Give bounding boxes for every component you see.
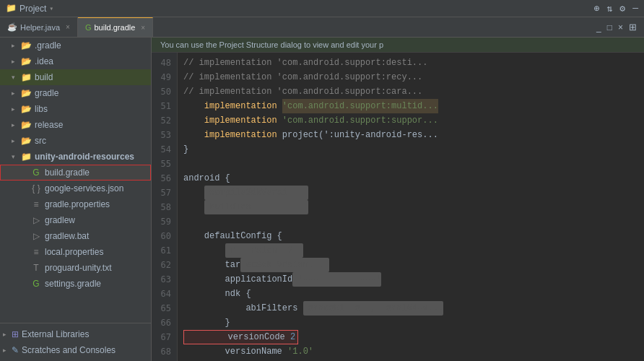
code-line-57: compileSdkVersi	[183, 186, 638, 200]
tree-item-label: gradlew	[45, 215, 75, 225]
tab-close-icon[interactable]: ×	[66, 23, 70, 31]
code-line-64: ndk {	[183, 287, 638, 301]
project-icon: 📁	[6, 3, 17, 14]
tree-item-label: .idea	[35, 56, 53, 66]
tree-item-src-dir[interactable]: 📂 src	[0, 133, 151, 149]
code-line-56: android {	[183, 171, 638, 186]
folder-icon: 📂	[20, 87, 32, 99]
panel-title-arrow: ▾	[49, 4, 53, 13]
folder-arrow-icon	[12, 105, 19, 113]
tree-item-gradlew-bat[interactable]: ▷ gradlew.bat	[0, 228, 151, 244]
tree-item-release-dir[interactable]: 📂 release	[0, 117, 151, 133]
ext-libs-icon: ⊞	[12, 329, 19, 339]
title-bar: 📁 Project ▾ ⊕ ⇅ ⚙ —	[0, 0, 644, 17]
code-line-52: implementation 'com.android.support:supp…	[183, 113, 638, 128]
settings-icon[interactable]: ⚙	[619, 3, 625, 14]
code-line-61: r rsion ?	[183, 243, 638, 258]
java-file-icon: ☕	[7, 22, 17, 32]
code-line-53: implementation project(':unity-android-r…	[183, 128, 638, 142]
tree-item-label: build.gradle	[45, 168, 90, 178]
tab-label: Helper.java	[20, 23, 60, 32]
close-window-icon[interactable]: ×	[618, 22, 623, 32]
folder-arrow-icon	[12, 74, 19, 81]
folder-icon: 📂	[20, 40, 32, 51]
tree-item-scratches[interactable]: ✎ Scratches and Consoles	[0, 342, 151, 358]
code-line-63: applicationId '--- ---'	[183, 272, 638, 287]
code-editor[interactable]: 48 49 50 51 52 53 54 55 56 57 58 59 60 6…	[152, 53, 644, 361]
tree-item-label: gradlew.bat	[45, 231, 89, 241]
tree-item-build-dir[interactable]: 📁 build	[0, 69, 151, 85]
tree-item-label: Scratches and Consoles	[22, 345, 116, 355]
tree-item-gradle-dir[interactable]: 📂 .gradle	[0, 38, 151, 53]
code-line-54: }	[183, 142, 638, 157]
folder-icon: 📂	[20, 119, 32, 131]
split-icon[interactable]: ⊞	[629, 22, 637, 32]
panel-title: Project	[19, 4, 46, 14]
tree-item-gradlew[interactable]: ▷ gradlew	[0, 212, 151, 228]
shell-file-icon: ▷	[30, 214, 42, 226]
info-bar: You can use the Project Structure dialog…	[152, 38, 644, 53]
add-icon[interactable]: ⊕	[594, 3, 600, 14]
folder-icon: 📂	[20, 56, 32, 67]
maximize-window-icon[interactable]: □	[607, 22, 612, 32]
folder-arrow-icon	[12, 58, 19, 65]
tree-item-label: google-services.json	[45, 183, 123, 193]
tree-item-label: release	[35, 120, 63, 130]
scratches-icon: ✎	[12, 345, 19, 355]
tree-item-proguard[interactable]: T proguard-unity.txt	[0, 260, 151, 276]
tab-close-icon[interactable]: ×	[141, 24, 145, 32]
folder-icon: 📂	[20, 135, 32, 147]
tab-helper-java[interactable]: ☕ Helper.java ×	[0, 17, 78, 37]
tree-item-label: src	[35, 136, 46, 146]
tree-item-label: local.properties	[45, 247, 103, 257]
folder-icon: 📂	[20, 103, 32, 115]
json-file-icon: { }	[30, 183, 42, 194]
tree-item-gradle-dir2[interactable]: 📂 gradle	[0, 85, 151, 101]
tree-item-external-libs[interactable]: ⊞ External Libraries	[0, 326, 151, 342]
tree-item-build-gradle[interactable]: G build.gradle	[0, 165, 151, 180]
tree-item-unity-dir[interactable]: 📁 unity-android-resources	[0, 149, 151, 165]
tree-item-local-props[interactable]: ≡ local.properties	[0, 244, 151, 260]
folder-arrow-icon	[12, 153, 19, 160]
folder-arrow-icon	[12, 90, 19, 97]
code-line-55	[183, 157, 638, 171]
tree-item-label: unity-android-resources	[35, 152, 134, 162]
code-line-65: abiFilters armeabi a , arml64-v...	[183, 301, 638, 316]
code-line-50: // implementation 'com.android.support:c…	[183, 84, 638, 99]
tree-item-google-services[interactable]: { } google-services.json	[0, 180, 151, 196]
gradle-file-icon2: G	[30, 278, 42, 290]
code-line-59	[183, 214, 638, 229]
code-line-49: // implementation 'com.android.support:r…	[183, 70, 638, 84]
tree-item-label: External Libraries	[22, 329, 89, 339]
tree-item-label: libs	[35, 104, 48, 114]
folder-arrow-icon	[12, 42, 19, 49]
tree-item-gradle-props[interactable]: ≡ gradle.properties	[0, 196, 151, 212]
folder-arrow-icon	[12, 121, 19, 129]
code-line-58: buildToo	[183, 200, 638, 214]
tree-item-libs-dir[interactable]: 📂 libs	[0, 101, 151, 117]
sync-icon[interactable]: ⇅	[607, 3, 613, 14]
code-line-62: tar etSdk Vrsion...	[183, 258, 638, 272]
txt-file-icon: T	[30, 262, 42, 274]
tree-item-label: .gradle	[35, 40, 61, 51]
version-code-highlight: versionCode 2	[183, 330, 298, 344]
code-content[interactable]: // implementation 'com.android.support:d…	[178, 53, 644, 361]
props-file-icon: ≡	[30, 199, 42, 210]
props-file-icon2: ≡	[30, 246, 42, 258]
folder-arrow-icon	[3, 331, 10, 338]
tree-item-settings-gradle[interactable]: G settings.gradle	[0, 276, 151, 292]
tab-build-gradle[interactable]: G build.gradle ×	[78, 17, 153, 37]
tree-item-label: gradle.properties	[45, 199, 110, 209]
bat-file-icon: ▷	[30, 230, 42, 242]
folder-arrow-icon	[3, 347, 10, 354]
gradle-file-icon: G	[30, 167, 42, 178]
tree-item-idea-dir[interactable]: 📂 .idea	[0, 53, 151, 69]
folder-arrow-icon	[12, 137, 19, 144]
tab-right-actions: _ □ × ⊞	[596, 22, 644, 32]
minimize-icon[interactable]: —	[632, 3, 638, 14]
editor-area: You can use the Project Structure dialog…	[152, 38, 644, 361]
main-content: 📂 .gradle 📂 .idea 📁 build 📂 gradle 📂	[0, 38, 644, 361]
code-line-67: versionCode 2	[183, 330, 638, 344]
minimize-window-icon[interactable]: _	[596, 22, 601, 32]
folder-open-icon: 📁	[20, 151, 32, 162]
